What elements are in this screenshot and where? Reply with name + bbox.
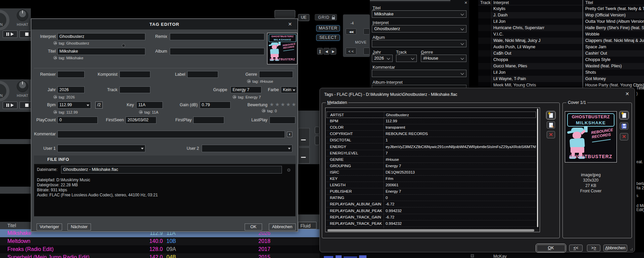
dialog-titlebar[interactable]: TAG EDITOR (32, 19, 297, 29)
master-button[interactable]: MASTER (316, 25, 340, 31)
stop-button[interactable] (19, 102, 31, 109)
next-file-button[interactable]: >> (587, 245, 600, 252)
lock-icon[interactable] (332, 17, 335, 19)
beat-split-button[interactable]: ][ (317, 48, 323, 55)
pause-play-button[interactable] (3, 30, 17, 38)
kommentar-field[interactable] (57, 131, 285, 138)
cancel-button[interactable]: Abbrechen (603, 245, 627, 252)
previous-file-button[interactable]: << (569, 245, 583, 252)
tag-source-icon[interactable] (233, 95, 236, 99)
nudge-right-button[interactable]: ▶ (330, 48, 336, 55)
metadata-row[interactable]: GROUPINGEnergy 7 (327, 163, 536, 169)
kommentar-combo[interactable] (372, 70, 466, 77)
metadata-row[interactable]: COPYRIGHTREBOUNCE RECORDS (327, 131, 536, 137)
metadata-row[interactable]: REPLAYGAIN_TRACK_GAIN-6.72 (327, 214, 536, 220)
close-icon[interactable]: ✕ (464, 1, 468, 5)
bpm-dropdown[interactable]: 112.99 (57, 102, 91, 109)
titel-column-header[interactable]: Titel (7, 222, 16, 229)
cover-thumbnail[interactable]: GHOSTBUSTERZMILKSHAKE REBOUNCERECORDS GH… (267, 33, 297, 64)
cue-button-partial[interactable]: UE (298, 14, 309, 21)
resize-grip[interactable] (629, 247, 633, 250)
edit-tag-button[interactable]: ✎ (547, 121, 555, 129)
nudge-left-button[interactable]: ◀ (324, 48, 330, 55)
interpret-field[interactable]: Ghostbusterz (57, 33, 145, 40)
move-forward-button-partial[interactable] (363, 48, 370, 55)
add-tag-button[interactable]: ★ (547, 112, 555, 119)
scrollbar-thumb[interactable] (328, 229, 534, 232)
filename-dot-button[interactable] (287, 169, 290, 172)
playlist-row[interactable]: Meltdown140.010B2018 (0, 237, 319, 245)
delete-tag-button[interactable]: ✕ (547, 131, 555, 138)
tag-source-icon[interactable] (262, 109, 265, 113)
album-combo[interactable] (372, 40, 466, 47)
partial-button[interactable] (275, 10, 295, 18)
metadata-row[interactable]: PUBLISHEREnergy 7 (327, 188, 536, 195)
tracklist-row[interactable]: Lil Jon (478, 69, 582, 76)
track-column-header[interactable]: Track (480, 0, 491, 5)
partial-button[interactable] (315, 127, 319, 134)
tracklist-row[interactable]: Cashin' Out (583, 50, 644, 57)
tracklist-row[interactable]: Pretty Girl Twerk (feat. Nelly & Tiff (583, 6, 644, 12)
metadata-row[interactable]: REPLAYGAIN_ALBUM_PEAK0.994232 (327, 208, 536, 214)
horizontal-scrollbar[interactable] (326, 229, 539, 232)
metadata-row[interactable]: ENERGYeyJlbmVyZ3lMZXZlbCI6Nywic291cmNlIj… (327, 144, 536, 150)
metadata-row[interactable]: BPM112.99 (327, 118, 536, 124)
eq-slider[interactable] (298, 147, 310, 164)
firstplay-field[interactable] (193, 117, 224, 124)
tracklist-header[interactable]: Track Interpret (478, 0, 582, 5)
titel-column-header[interactable]: Titel (585, 0, 593, 5)
titel-field[interactable]: Milkshake (57, 48, 145, 55)
tracklist-row[interactable]: Halle Berry (She's Fine) (feat. Supe (583, 25, 644, 31)
pause-play-button[interactable] (3, 102, 17, 109)
playlist-row[interactable]: Superheld (Mein Jump Radio Edit)142.004B… (0, 253, 319, 258)
metadata-row[interactable]: KEYF#m (327, 176, 536, 182)
track-combo[interactable] (396, 55, 417, 62)
remixer-field[interactable] (57, 71, 85, 78)
partial-button[interactable] (315, 136, 319, 145)
tag-source-icon[interactable] (53, 41, 57, 45)
hihat-knob[interactable] (17, 81, 28, 92)
tracklist-row[interactable]: Wale, Nicki Minaj, Juicy J (478, 38, 582, 44)
remix-field[interactable] (170, 33, 264, 40)
metadata-row[interactable]: DISCTOTAL1 (327, 137, 536, 143)
metadata-row[interactable]: TITLEMilkshake (327, 227, 536, 228)
tracklist-row[interactable]: Kstylis (478, 6, 582, 12)
tracklist-row[interactable]: Got Money (583, 76, 644, 82)
genre-field[interactable] (259, 71, 293, 78)
metadata-row[interactable]: LENGTH200661 (327, 182, 536, 188)
tracklist-row[interactable]: J. Dash (478, 12, 582, 18)
tracklist-row[interactable]: Audio Push, Lil Wayne (478, 44, 582, 50)
track-field[interactable] (119, 86, 150, 93)
metadata-row[interactable]: REPLAYGAIN_TRACK_PEAK0.994232 (327, 220, 536, 227)
vertical-scrollbar[interactable] (537, 109, 538, 227)
kommentar-clear-button[interactable]: x (287, 132, 292, 137)
label-field[interactable] (187, 71, 218, 78)
user2-dropdown[interactable] (202, 145, 292, 152)
tracklist-row[interactable]: Shots (583, 69, 644, 76)
select-button[interactable]: SELECT (316, 35, 340, 41)
metadata-row[interactable]: COLORtransparent (327, 124, 536, 131)
move-back-button[interactable]: < < (346, 48, 356, 55)
skip-back-button[interactable]: ◀◀ (346, 28, 356, 35)
tag-source-icon[interactable] (139, 110, 143, 114)
tracklist-row[interactable]: Wobble (583, 31, 644, 38)
titel-combo[interactable]: Milkshake (372, 10, 466, 18)
link-dot-button[interactable] (122, 44, 125, 47)
gain-field[interactable]: 0.79 (200, 102, 231, 109)
tag-source-icon[interactable] (53, 110, 57, 114)
close-icon[interactable]: ✕ (624, 91, 631, 97)
ok-button[interactable]: OK (245, 223, 262, 231)
tracklist-row[interactable]: Lil Jon (478, 18, 582, 25)
tag-source-icon[interactable] (247, 79, 251, 83)
knob-partial[interactable] (0, 10, 9, 30)
tracklist-row[interactable]: Space Jam (583, 44, 644, 50)
album-field[interactable] (170, 48, 264, 55)
playlist-row[interactable]: Freaks (Radio Edit)128.009A2017 (0, 245, 319, 253)
tag-source-icon[interactable] (53, 95, 57, 99)
tracklist-row[interactable]: Gucci Mane, Plies (478, 63, 582, 69)
metadata-row[interactable]: ARTISTGhostbusterz (327, 112, 536, 118)
jahr-field[interactable]: 2026 (57, 86, 85, 93)
tracklist-row[interactable]: Choppa Style (583, 57, 644, 63)
tracklist-row[interactable]: Clappers (feat. Nicki Minaj & Juicy (583, 38, 644, 44)
firstseen-field[interactable]: 2026/03/02 (126, 117, 156, 124)
